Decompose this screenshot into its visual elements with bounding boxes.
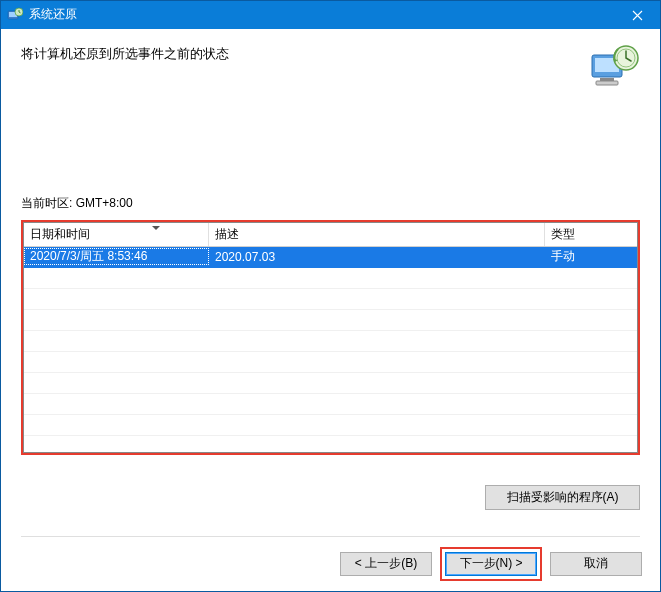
next-button[interactable]: 下一步(N) > <box>445 552 537 576</box>
close-button[interactable] <box>615 1 660 29</box>
timezone-label: 当前时区: GMT+8:00 <box>21 195 640 212</box>
table-row[interactable] <box>24 415 637 436</box>
table-row[interactable] <box>24 331 637 352</box>
column-header-type[interactable]: 类型 <box>545 223 637 246</box>
table-row[interactable] <box>24 268 637 289</box>
scan-affected-programs-button[interactable]: 扫描受影响的程序(A) <box>485 485 640 510</box>
scan-row: 扫描受影响的程序(A) <box>21 485 640 510</box>
table-row[interactable]: 2020/7/3/周五 8:53:46 2020.07.03 手动 <box>24 247 637 268</box>
restore-points-table[interactable]: 日期和时间 描述 类型 2020/7/3/周五 8:53:46 2020.07.… <box>23 222 638 453</box>
table-row[interactable] <box>24 289 637 310</box>
restore-icon <box>590 43 640 91</box>
wizard-content: 当前时区: GMT+8:00 日期和时间 描述 类型 2020/7/3/周五 8… <box>1 99 660 537</box>
window-title: 系统还原 <box>29 6 77 23</box>
column-header-datetime[interactable]: 日期和时间 <box>24 223 209 246</box>
system-restore-window: 系统还原 将计算机还原到所选事件之前的状态 当前时区: GMT+8:0 <box>0 0 661 592</box>
wizard-header: 将计算机还原到所选事件之前的状态 <box>1 29 660 99</box>
table-row[interactable] <box>24 310 637 331</box>
restore-points-highlight: 日期和时间 描述 类型 2020/7/3/周五 8:53:46 2020.07.… <box>21 220 640 455</box>
table-row[interactable] <box>24 394 637 415</box>
table-row[interactable] <box>24 373 637 394</box>
cancel-button[interactable]: 取消 <box>550 552 642 576</box>
cell-datetime: 2020/7/3/周五 8:53:46 <box>24 248 209 265</box>
cell-type: 手动 <box>545 248 637 265</box>
sort-desc-icon <box>152 226 160 230</box>
next-button-highlight: 下一步(N) > <box>440 547 542 581</box>
column-header-description[interactable]: 描述 <box>209 223 545 246</box>
wizard-footer: < 上一步(B) 下一步(N) > 取消 <box>1 537 660 591</box>
svg-rect-6 <box>596 81 618 85</box>
table-header: 日期和时间 描述 类型 <box>24 223 637 247</box>
titlebar: 系统还原 <box>1 1 660 29</box>
table-row[interactable] <box>24 352 637 373</box>
cell-description: 2020.07.03 <box>209 250 545 264</box>
app-icon <box>7 7 23 23</box>
back-button[interactable]: < 上一步(B) <box>340 552 432 576</box>
table-body: 2020/7/3/周五 8:53:46 2020.07.03 手动 <box>24 247 637 452</box>
wizard-subtitle: 将计算机还原到所选事件之前的状态 <box>21 43 590 63</box>
